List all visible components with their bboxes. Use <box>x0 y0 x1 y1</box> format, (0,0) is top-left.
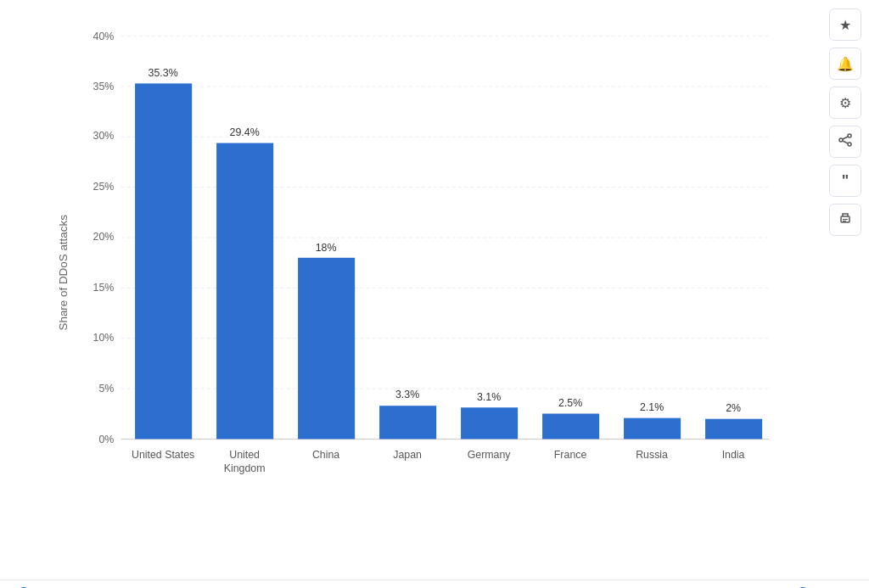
quote-button[interactable]: " <box>829 165 861 197</box>
y-tick-10: 10% <box>93 332 115 344</box>
y-tick-0: 0% <box>98 434 114 445</box>
svg-rect-16 <box>843 221 846 221</box>
bar-label-india: 2% <box>726 402 741 414</box>
share-icon <box>838 133 852 150</box>
bar-china <box>298 258 355 440</box>
bar-united-states <box>135 83 192 439</box>
y-tick-15: 15% <box>93 282 115 294</box>
svg-line-13 <box>843 141 848 143</box>
y-tick-35: 35% <box>93 81 115 92</box>
x-label-india: India <box>722 449 745 461</box>
svg-point-10 <box>839 138 843 142</box>
print-icon <box>838 211 852 228</box>
svg-point-11 <box>848 143 851 146</box>
x-label-france: France <box>554 449 587 461</box>
footer: i Additional Information © Statista 2022… <box>0 580 869 588</box>
bar-india <box>705 419 762 440</box>
x-label-uk: United <box>229 449 260 461</box>
sidebar: ★ 🔔 ⚙ " <box>821 0 869 580</box>
svg-line-12 <box>843 137 848 139</box>
bar-label-uk: 29.4% <box>230 126 260 138</box>
chart-area: Share of DDoS attacks 0% 5% 10% 15% 20% … <box>0 0 821 580</box>
bar-label-us: 35.3% <box>149 67 178 79</box>
bar-chart: Share of DDoS attacks 0% 5% 10% 15% 20% … <box>51 17 813 529</box>
bell-icon: 🔔 <box>837 56 854 72</box>
bell-button[interactable]: 🔔 <box>829 48 861 80</box>
y-axis-label: Share of DDoS attacks <box>57 215 70 331</box>
print-button[interactable] <box>829 204 861 236</box>
y-tick-5: 5% <box>98 383 114 395</box>
bar-label-china: 18% <box>316 242 337 254</box>
y-tick-25: 25% <box>93 181 115 193</box>
bar-label-germany: 3.1% <box>477 391 501 403</box>
quote-icon: " <box>842 172 849 190</box>
bar-germany <box>461 407 518 439</box>
svg-point-9 <box>848 134 851 137</box>
x-label-japan: Japan <box>393 449 422 461</box>
bar-uk <box>216 143 273 440</box>
x-label-china: China <box>312 449 339 461</box>
gear-icon: ⚙ <box>839 95 851 111</box>
y-tick-20: 20% <box>93 231 115 243</box>
main-container: Share of DDoS attacks 0% 5% 10% 15% 20% … <box>0 0 869 580</box>
bar-label-japan: 3.3% <box>395 389 419 400</box>
x-label-us: United States <box>132 449 194 461</box>
bar-japan <box>379 406 436 439</box>
svg-rect-15 <box>843 219 848 220</box>
settings-button[interactable]: ⚙ <box>829 87 861 119</box>
share-button[interactable] <box>829 126 861 158</box>
x-label-germany: Germany <box>468 449 512 461</box>
bar-russia <box>624 418 681 440</box>
star-button[interactable]: ★ <box>829 8 861 41</box>
x-label-russia: Russia <box>636 449 668 461</box>
y-tick-30: 30% <box>93 130 115 142</box>
star-icon: ★ <box>839 17 851 33</box>
bar-label-france: 2.5% <box>558 397 582 409</box>
bar-france <box>542 414 599 440</box>
bar-label-russia: 2.1% <box>640 401 664 413</box>
x-label-uk2: Kingdom <box>224 462 266 474</box>
y-tick-40: 40% <box>93 31 115 42</box>
